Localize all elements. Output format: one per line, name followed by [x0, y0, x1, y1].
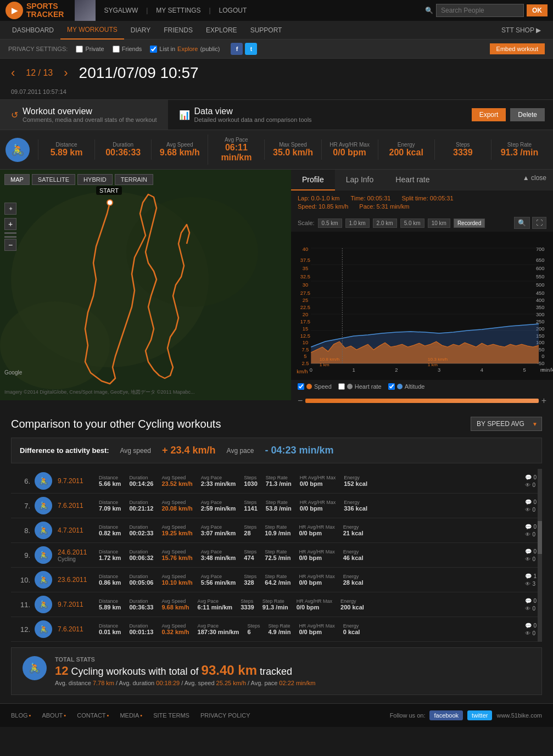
speed-checkbox[interactable]: [298, 383, 304, 390]
svg-text:10.8 km/h: 10.8 km/h: [320, 357, 339, 362]
delete-button[interactable]: Delete: [510, 108, 545, 121]
map-controls: MAP SATELLITE HYBRID TERRAIN: [4, 174, 287, 185]
svg-text:12.5: 12.5: [300, 333, 310, 339]
heart-rate-legend-label: Heart rate: [355, 383, 382, 390]
next-workout-button[interactable]: ›: [64, 66, 68, 80]
map-btn-satellite[interactable]: SATELLITE: [32, 174, 75, 185]
footer-contact[interactable]: CONTACT•: [77, 712, 109, 719]
table-row: 8. 🚴 4.7.2011 Distance0.82 km Duration00…: [11, 518, 542, 543]
tab-data-view[interactable]: 📊 Data view Detailed workout data and co…: [168, 100, 472, 130]
scroll-left-button[interactable]: −: [298, 396, 303, 406]
comment-action[interactable]: 💬0: [525, 524, 537, 530]
nav-friends[interactable]: FRIENDS: [157, 21, 199, 40]
private-checkbox[interactable]: [76, 46, 83, 53]
footer-twitter[interactable]: twitter: [467, 710, 492, 720]
comment-action[interactable]: 💬0: [525, 499, 537, 505]
tab-lap-info[interactable]: Lap Info: [335, 170, 385, 191]
footer-about[interactable]: ABOUT•: [42, 712, 66, 719]
legend-heart-rate[interactable]: Heart rate: [338, 383, 382, 390]
altitude-checkbox[interactable]: [388, 383, 395, 390]
privacy-private[interactable]: Private: [76, 46, 104, 53]
nav-diary[interactable]: DIARY: [124, 21, 157, 40]
explore-link[interactable]: Explore: [177, 46, 198, 52]
view-action[interactable]: 👁0: [525, 482, 537, 488]
close-button[interactable]: ▲ close: [516, 170, 553, 191]
comment-action[interactable]: 💬0: [525, 623, 537, 629]
scrollbar-thumb[interactable]: [538, 521, 542, 554]
nav-my-settings[interactable]: MY SETTINGS: [156, 7, 200, 14]
tab-workout-overview[interactable]: ↺ Workout overview Comments, media and o…: [0, 100, 168, 130]
svg-text:7.5: 7.5: [301, 347, 309, 352]
row-date[interactable]: 7.6.2011: [58, 625, 99, 633]
view-action[interactable]: 👁0: [525, 630, 537, 636]
view-action[interactable]: 👁0: [525, 556, 537, 562]
scale-10km[interactable]: 10 km: [428, 219, 450, 228]
view-action[interactable]: 👁0: [525, 531, 537, 537]
scale-recorded[interactable]: Recorded: [454, 219, 485, 228]
view-action[interactable]: 👁0: [525, 606, 537, 612]
view-action[interactable]: 👁0: [525, 507, 537, 513]
nav-explore[interactable]: EXPLORE: [199, 21, 244, 40]
twitter-icon[interactable]: t: [245, 43, 257, 55]
stat-max-speed: Max Speed 35.0 km/h: [264, 139, 321, 160]
ok-button[interactable]: OK: [527, 4, 548, 16]
scale-2km[interactable]: 2.0 km: [373, 219, 397, 228]
map-btn-hybrid[interactable]: HYBRID: [77, 174, 113, 185]
nav-support[interactable]: SUPPORT: [244, 21, 289, 40]
logo-text: SPORTSTRACKER: [26, 2, 64, 19]
footer-media[interactable]: MEDIA•: [120, 712, 142, 719]
row-date[interactable]: 23.6.2011: [58, 576, 99, 584]
row-stats: Distance0.82 km Duration00:02:33 Avg Spe…: [99, 524, 525, 536]
embed-button[interactable]: Embed workout: [490, 43, 545, 54]
tab-heart-rate[interactable]: Heart rate: [384, 170, 440, 191]
facebook-icon[interactable]: f: [231, 43, 243, 55]
comment-action[interactable]: 💬1: [525, 573, 537, 579]
comment-action[interactable]: 💬0: [525, 548, 537, 555]
row-date[interactable]: 9.7.2011: [58, 601, 99, 608]
row-date[interactable]: 4.7.2011: [58, 527, 99, 534]
row-date[interactable]: 9.7.2011: [58, 477, 99, 485]
nav-logout[interactable]: LOGOUT: [219, 7, 247, 14]
comment-action[interactable]: 💬0: [525, 598, 537, 604]
max-speed-value: 35.0 km/h: [269, 148, 316, 158]
scrollbar[interactable]: [538, 469, 542, 642]
expand-chart-button[interactable]: ⛶: [532, 217, 546, 229]
scale-1km[interactable]: 1.0 km: [345, 219, 370, 228]
nav-my-workouts[interactable]: MY WORKOUTS: [60, 21, 124, 40]
zoom-in-button[interactable]: +: [4, 218, 16, 230]
view-action[interactable]: 👁3: [525, 581, 537, 587]
friends-label: Friends: [122, 46, 142, 52]
comment-action[interactable]: 💬0: [525, 474, 537, 480]
map-btn-terrain[interactable]: TERRAIN: [115, 174, 153, 185]
legend-speed[interactable]: Speed: [298, 383, 332, 390]
footer-blog[interactable]: BLOG•: [11, 712, 31, 719]
row-date[interactable]: 7.6.2011: [58, 502, 99, 509]
scroll-right-button[interactable]: +: [541, 396, 546, 406]
nav-username[interactable]: SYGALWW: [104, 7, 138, 14]
prev-workout-button[interactable]: ‹: [11, 66, 15, 80]
tab-profile[interactable]: Profile: [291, 170, 335, 191]
row-date[interactable]: 24.6.2011: [58, 548, 99, 556]
comment-icon: 💬: [525, 474, 532, 480]
privacy-explore[interactable]: List in Explore (public): [150, 46, 220, 53]
map-btn-map[interactable]: MAP: [4, 174, 30, 185]
heart-rate-checkbox[interactable]: [338, 383, 345, 390]
legend-altitude[interactable]: Altitude: [388, 383, 425, 390]
zoom-chart-button[interactable]: 🔍: [514, 217, 530, 229]
zoom-out-button[interactable]: −: [4, 239, 16, 251]
scale-5km[interactable]: 5.0 km: [400, 219, 424, 228]
privacy-friends[interactable]: Friends: [113, 46, 142, 53]
friends-checkbox[interactable]: [113, 46, 120, 53]
nav-stt-shop[interactable]: STT SHOP ▶: [495, 21, 548, 40]
export-button[interactable]: Export: [472, 108, 506, 121]
nav-dashboard[interactable]: DASHBOARD: [5, 21, 60, 40]
footer-site-terms[interactable]: SITE TERMS: [153, 712, 189, 719]
sort-dropdown[interactable]: BY SPEED AVG BY PACE AVG BY DISTANCE: [471, 417, 542, 431]
svg-text:37.5: 37.5: [300, 257, 310, 263]
footer-facebook[interactable]: facebook: [429, 710, 463, 720]
explore-checkbox[interactable]: [150, 46, 157, 53]
scale-0.5km[interactable]: 0.5 km: [318, 219, 342, 228]
search-input[interactable]: [436, 4, 524, 17]
footer-privacy-policy[interactable]: PRIVACY POLICY: [200, 712, 250, 719]
chart-scrollbar[interactable]: [305, 399, 538, 403]
